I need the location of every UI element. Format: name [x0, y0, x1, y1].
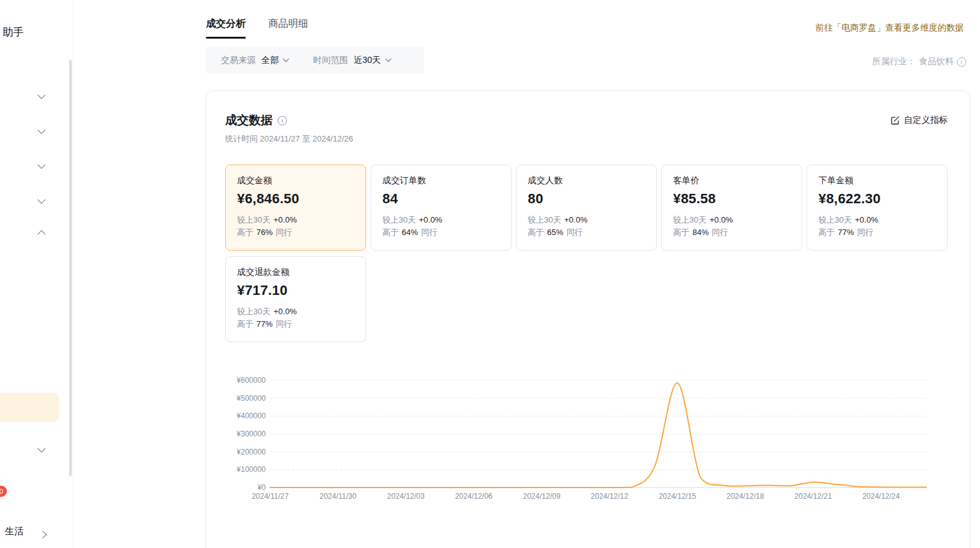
compass-link[interactable]: 前往「电商罗盘」查看更多维度的数据: [815, 22, 964, 34]
metric-peer-line: 高于76%同行: [237, 226, 354, 239]
sidebar-active-item[interactable]: [0, 393, 59, 422]
metric-label: 成交人数: [528, 175, 645, 186]
svg-text:2024/12/24: 2024/12/24: [862, 492, 900, 501]
svg-text:¥600000: ¥600000: [236, 376, 266, 385]
filter-range-select[interactable]: 近30天: [354, 55, 391, 66]
metric-value: ¥8,622.30: [818, 191, 936, 207]
svg-text:¥300000: ¥300000: [236, 430, 266, 438]
metric-compare-line: 较上30天+0.0%: [528, 214, 645, 226]
sidebar-item-life[interactable]: 生活: [5, 526, 24, 537]
metric-compare-line: 较上30天+0.0%: [818, 214, 936, 226]
sidebar-section-toggle-2[interactable]: [39, 124, 44, 135]
svg-text:2024/12/15: 2024/12/15: [659, 492, 696, 501]
svg-text:2024/12/03: 2024/12/03: [387, 492, 425, 501]
metric-peer-line: 高于64%同行: [382, 226, 500, 239]
tab-label: 成交分析: [206, 18, 246, 29]
svg-text:2024/12/12: 2024/12/12: [591, 492, 628, 501]
metric-compare-line: 较上30天+0.0%: [673, 214, 790, 226]
svg-text:¥200000: ¥200000: [236, 448, 266, 456]
chevron-down-icon: [37, 196, 46, 204]
sidebar-section-toggle-3[interactable]: [39, 159, 44, 170]
metric-label: 下单金额: [818, 175, 936, 186]
svg-text:2024/12/21: 2024/12/21: [795, 492, 832, 501]
sidebar-item-life-arrow[interactable]: [40, 529, 46, 540]
custom-metric-button[interactable]: 自定义指标: [890, 115, 948, 126]
chevron-down-icon: [283, 56, 289, 62]
metric-compare-line: 较上30天+0.0%: [382, 214, 500, 226]
metric-value: ¥85.58: [673, 191, 790, 207]
metric-label: 成交金额: [237, 175, 354, 186]
chevron-down-icon: [385, 56, 391, 62]
custom-metric-label: 自定义指标: [904, 115, 948, 126]
deal-data-panel: 成交数据 i 自定义指标 统计时间 2024/11/27 至 2024/12/2…: [206, 90, 970, 548]
tab-label: 商品明细: [268, 18, 308, 29]
notification-badge: 0: [0, 486, 7, 497]
metric-value: 84: [382, 191, 500, 207]
industry-value: 食品饮料: [919, 56, 954, 67]
metric-value: 80: [528, 191, 645, 207]
info-icon[interactable]: i: [957, 57, 966, 67]
panel-subtitle: 统计时间 2024/11/27 至 2024/12/26: [225, 133, 353, 145]
panel-title-row: 成交数据 i: [225, 112, 287, 128]
analysis-tabs: 成交分析 商品明细: [206, 17, 308, 39]
trend-chart-container: ¥0¥100000¥200000¥300000¥400000¥500000¥60…: [224, 372, 935, 511]
metric-card-buyer-count[interactable]: 成交人数 80 较上30天+0.0% 高于65%同行: [516, 165, 657, 251]
metric-compare-line: 较上30天+0.0%: [237, 214, 354, 226]
panel-title: 成交数据: [225, 112, 273, 128]
tab-product-detail[interactable]: 商品明细: [268, 17, 308, 39]
chevron-right-icon: [39, 531, 47, 539]
chevron-down-icon: [37, 91, 46, 99]
sidebar-scrollbar[interactable]: [69, 60, 72, 476]
dashboard-page: 助手 0 生活 成交分析 商品明细 前往「电商罗盘」查看更多维度的数据 交易来源…: [0, 0, 980, 548]
metric-peer-line: 高于77%同行: [818, 226, 936, 239]
active-tab-underline: [206, 37, 246, 39]
chevron-up-icon: [37, 230, 46, 238]
sidebar-section-toggle-6[interactable]: [39, 443, 44, 454]
metric-peer-line: 高于65%同行: [528, 226, 645, 239]
metric-peer-line: 高于84%同行: [673, 226, 790, 239]
chevron-down-icon: [37, 161, 46, 169]
metric-label: 成交退款金额: [237, 267, 354, 278]
metric-card-refund-amount[interactable]: 成交退款金额 ¥717.10 较上30天+0.0% 高于77%同行: [225, 256, 366, 342]
svg-text:¥0: ¥0: [257, 483, 266, 492]
edit-icon: [890, 115, 900, 125]
svg-text:2024/11/30: 2024/11/30: [319, 492, 356, 501]
svg-text:¥100000: ¥100000: [236, 465, 266, 474]
sidebar-section-toggle-5[interactable]: [39, 228, 44, 239]
chevron-down-icon: [37, 445, 46, 453]
metric-compare-line: 较上30天+0.0%: [237, 305, 354, 318]
filter-source-select[interactable]: 全部: [261, 55, 288, 66]
info-icon[interactable]: i: [278, 116, 287, 125]
filter-range: 时间范围 近30天: [313, 55, 391, 66]
sidebar-section-toggle-1[interactable]: [39, 89, 44, 100]
metric-value: ¥6,846.50: [237, 191, 354, 207]
filter-range-label: 时间范围: [313, 55, 348, 66]
filter-source: 交易来源 全部: [221, 55, 288, 66]
industry-info: 所属行业：食品饮料 i: [872, 56, 966, 67]
metric-card-placed-amount[interactable]: 下单金额 ¥8,622.30 较上30天+0.0% 高于77%同行: [807, 165, 948, 251]
metric-label: 客单价: [673, 175, 790, 186]
svg-text:¥500000: ¥500000: [236, 394, 266, 403]
metric-cards: 成交金额 ¥6,846.50 较上30天+0.0% 高于76%同行 成交订单数 …: [225, 165, 954, 342]
chevron-down-icon: [37, 126, 46, 134]
sidebar: 助手 0 生活: [0, 0, 74, 548]
industry-label: 所属行业：: [872, 56, 916, 67]
filter-source-value: 全部: [261, 55, 279, 66]
deal-amount-trend-chart: ¥0¥100000¥200000¥300000¥400000¥500000¥60…: [224, 372, 935, 509]
metric-value: ¥717.10: [237, 282, 354, 299]
filter-bar: 交易来源 全部 时间范围 近30天: [206, 47, 424, 74]
sidebar-app-title: 助手: [2, 25, 24, 39]
filter-range-value: 近30天: [354, 55, 381, 66]
svg-text:2024/12/18: 2024/12/18: [727, 492, 764, 501]
metric-card-avg-order-value[interactable]: 客单价 ¥85.58 较上30天+0.0% 高于84%同行: [661, 165, 802, 251]
svg-text:2024/11/27: 2024/11/27: [251, 492, 288, 501]
sidebar-section-toggle-4[interactable]: [39, 194, 44, 205]
svg-text:2024/12/06: 2024/12/06: [455, 492, 492, 501]
metric-label: 成交订单数: [382, 175, 500, 186]
filter-source-label: 交易来源: [221, 55, 256, 66]
metric-card-deal-amount[interactable]: 成交金额 ¥6,846.50 较上30天+0.0% 高于76%同行: [225, 165, 366, 251]
tab-deal-analysis[interactable]: 成交分析: [206, 17, 246, 39]
metric-peer-line: 高于77%同行: [237, 318, 354, 330]
svg-text:¥400000: ¥400000: [236, 411, 266, 420]
metric-card-order-count[interactable]: 成交订单数 84 较上30天+0.0% 高于64%同行: [371, 165, 512, 251]
